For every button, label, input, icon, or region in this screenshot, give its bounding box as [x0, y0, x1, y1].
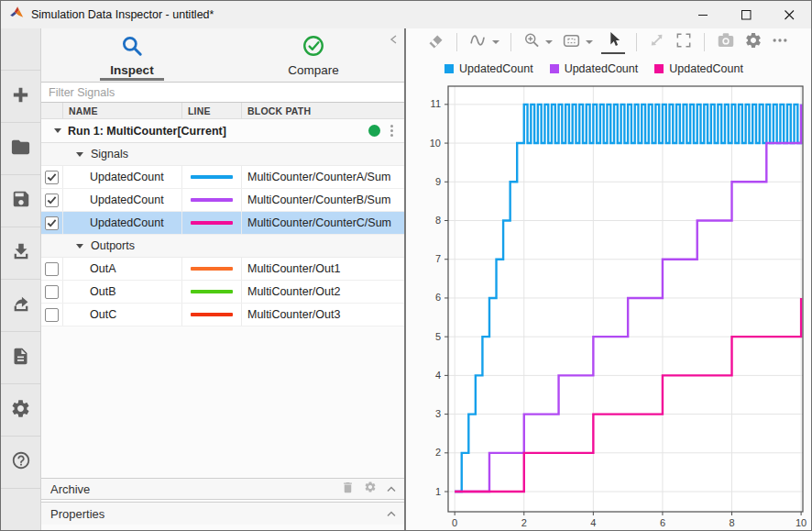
chevron-up-icon[interactable]	[386, 481, 397, 497]
open-button[interactable]	[1, 122, 40, 174]
legend-item[interactable]: UpdatedCount	[550, 62, 639, 75]
archive-label: Archive	[50, 482, 332, 496]
trash-icon[interactable]	[341, 481, 355, 498]
archive-settings-gear-icon[interactable]	[364, 481, 377, 497]
plot-toolbar	[406, 28, 811, 56]
signal-checkbox[interactable]	[45, 216, 59, 230]
signal-name: UpdatedCount	[63, 212, 182, 234]
expander-triangle-icon[interactable]	[54, 128, 61, 133]
fit-to-view-button[interactable]	[561, 31, 593, 54]
eraser-icon	[426, 31, 445, 54]
camera-icon	[716, 30, 736, 54]
report-button[interactable]	[1, 331, 40, 383]
plot-settings-button[interactable]	[744, 31, 763, 53]
legend-swatch	[654, 64, 664, 73]
svg-text:4: 4	[435, 370, 441, 381]
legend-swatch	[444, 64, 454, 73]
legend-item[interactable]: UpdatedCount	[444, 62, 533, 75]
signal-display-menu-button[interactable]	[468, 30, 499, 54]
signal-row[interactable]: UpdatedCount MultiCounter/CounterC/Sum	[41, 212, 404, 235]
import-button[interactable]	[1, 227, 40, 279]
signal-checkbox[interactable]	[45, 194, 59, 207]
legend-item[interactable]: UpdatedCount	[654, 62, 743, 75]
preferences-button[interactable]	[1, 383, 40, 436]
column-header-block-path: BLOCK PATH	[242, 105, 404, 116]
close-button[interactable]	[768, 1, 811, 28]
add-run-button[interactable]	[1, 70, 40, 122]
signal-name: UpdatedCount	[63, 166, 182, 188]
signal-checkbox[interactable]	[45, 308, 59, 322]
signal-row[interactable]: OutB MultiCounter/Out2	[41, 281, 404, 304]
signal-row[interactable]: OutA MultiCounter/Out1	[41, 258, 404, 281]
tab-compare-label: Compare	[288, 63, 339, 77]
pan-diagonal-arrow-icon	[648, 31, 666, 53]
block-path: MultiCounter/CounterB/Sum	[242, 189, 404, 211]
zoom-in-button[interactable]	[522, 31, 553, 54]
svg-text:6: 6	[660, 517, 665, 528]
properties-bar[interactable]: Properties	[41, 502, 404, 525]
more-options-button[interactable]	[771, 31, 789, 53]
line-swatch	[191, 175, 233, 179]
signal-checkbox[interactable]	[45, 171, 59, 184]
properties-label: Properties	[50, 507, 377, 521]
block-path: MultiCounter/Out1	[242, 258, 404, 280]
signal-checkbox[interactable]	[45, 262, 59, 276]
svg-text:0: 0	[452, 517, 457, 528]
archive-bar[interactable]: Archive	[41, 478, 404, 500]
save-button[interactable]	[1, 174, 40, 227]
block-path: MultiCounter/Out3	[242, 304, 404, 326]
expander-triangle-icon[interactable]	[76, 244, 83, 249]
active-tab-underline	[100, 78, 164, 81]
tab-inspect[interactable]: Inspect	[41, 28, 223, 82]
svg-text:8: 8	[435, 215, 441, 226]
block-path: MultiCounter/CounterC/Sum	[242, 212, 404, 234]
signal-row[interactable]: UpdatedCount MultiCounter/CounterA/Sum	[41, 166, 404, 189]
column-header-line: LINE	[182, 103, 242, 118]
svg-text:7: 7	[435, 253, 441, 264]
chevron-down-icon	[586, 40, 593, 44]
svg-text:10: 10	[430, 138, 441, 149]
tab-inspect-label: Inspect	[110, 63, 153, 77]
legend-swatch	[550, 64, 559, 73]
svg-text:8: 8	[729, 517, 734, 528]
run-menu-button[interactable]	[387, 123, 397, 138]
snapshot-button[interactable]	[716, 30, 736, 54]
chevron-down-icon	[545, 40, 553, 44]
help-button[interactable]	[1, 436, 40, 488]
check-circle-icon	[302, 34, 325, 61]
svg-text:5: 5	[435, 331, 441, 342]
line-swatch	[191, 290, 233, 293]
chevron-up-icon[interactable]	[386, 505, 397, 522]
line-swatch	[191, 313, 233, 316]
export-button[interactable]	[1, 279, 40, 331]
expander-triangle-icon[interactable]	[76, 152, 83, 157]
signal-row[interactable]: OutC MultiCounter/Out3	[41, 304, 404, 326]
minimize-button[interactable]	[682, 1, 725, 28]
svg-text:10: 10	[796, 517, 807, 528]
filter-signals-input[interactable]	[41, 82, 404, 103]
group-row-signals[interactable]: Signals	[41, 143, 404, 166]
collapse-panel-button[interactable]	[386, 32, 401, 47]
signals-panel: Inspect Compare NAME LINE BLOCK	[41, 28, 406, 530]
legend-label: UpdatedCount	[669, 62, 743, 75]
pan-button[interactable]	[648, 31, 666, 53]
fullscreen-button[interactable]	[675, 31, 693, 53]
signal-row[interactable]: UpdatedCount MultiCounter/CounterB/Sum	[41, 189, 404, 212]
group-row-outports[interactable]: Outports	[41, 235, 404, 258]
download-icon	[11, 241, 31, 265]
signal-plot[interactable]: 02468101234567891011	[406, 82, 809, 530]
signal-name: OutA	[63, 258, 182, 280]
wave-icon	[468, 30, 488, 54]
share-arrow-icon	[11, 293, 31, 317]
maximize-button[interactable]	[725, 1, 768, 28]
plus-icon	[10, 84, 31, 109]
fit-region-icon	[561, 31, 582, 54]
app-window: Simulation Data Inspector - untitled*	[0, 0, 812, 531]
clear-plot-button[interactable]	[426, 31, 445, 54]
signal-checkbox[interactable]	[45, 285, 59, 299]
pointer-tool-button[interactable]	[601, 30, 625, 55]
run-status-dot	[368, 125, 380, 137]
window-title: Simulation Data Inspector - untitled*	[31, 8, 214, 21]
run-row[interactable]: Run 1: MultiCounter[Current]	[41, 119, 404, 143]
tab-compare[interactable]: Compare	[223, 28, 404, 82]
